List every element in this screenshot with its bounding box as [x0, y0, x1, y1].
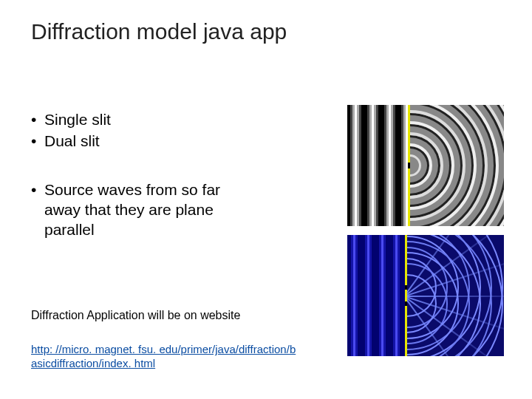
bullet-list-2: Source waves from so far away that they … — [31, 180, 319, 240]
slide-title: Diffraction model java app — [31, 19, 501, 44]
figure-single-slit — [347, 105, 504, 226]
bullet-list-1: Single slit Dual slit — [31, 109, 319, 151]
bullet-line: Source waves from so far — [44, 181, 220, 198]
bullet-line: parallel — [44, 221, 95, 238]
bullet-dual-slit: Dual slit — [31, 131, 319, 151]
bullet-source-waves: Source waves from so far away that they … — [31, 180, 319, 240]
slide: Diffraction model java app Single slit D… — [0, 0, 532, 399]
plane-waves-blue — [347, 235, 405, 356]
caption-text: Diffraction Application will be on websi… — [31, 309, 319, 322]
reference-link[interactable]: http: //micro. magnet. fsu. edu/primer/j… — [31, 343, 297, 371]
interference-pattern-blue — [407, 235, 504, 356]
bullet-line: away that they are plane — [44, 201, 214, 218]
plane-waves-gray — [347, 105, 408, 226]
spacer — [31, 153, 319, 180]
bullet-single-slit: Single slit — [31, 109, 319, 129]
diffracted-waves-gray — [410, 105, 504, 226]
left-column: Single slit Dual slit Source waves from … — [31, 109, 319, 371]
figure-dual-slit — [347, 235, 504, 356]
figures-column — [347, 105, 504, 365]
